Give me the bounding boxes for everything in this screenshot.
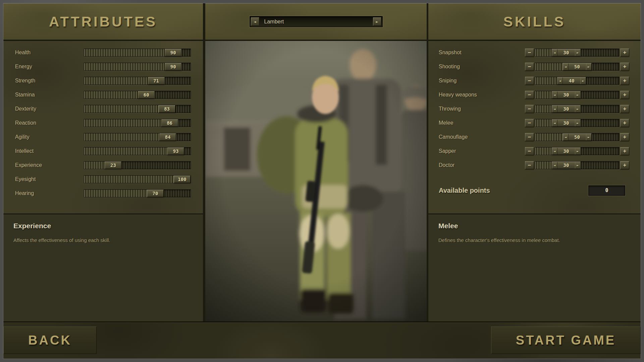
attribute-row: Stamina 60 <box>3 88 203 102</box>
attribute-value-box[interactable]: 71 <box>148 77 165 84</box>
skill-value-box[interactable]: ◄ 30 ► <box>552 105 581 113</box>
skill-increase-button[interactable]: + <box>620 77 629 85</box>
attribute-track[interactable]: 60 <box>84 91 191 99</box>
skill-value-box[interactable]: ◄ 50 ► <box>563 63 592 70</box>
skill-info-title: Melee <box>438 222 631 230</box>
skill-decrease-button[interactable]: − <box>525 105 534 113</box>
attribute-track[interactable]: 23 <box>84 161 191 169</box>
attribute-track[interactable]: 70 <box>84 189 191 197</box>
skill-increase-button[interactable]: + <box>620 63 629 71</box>
skill-right-arrow[interactable]: ► <box>575 162 580 169</box>
skill-value-box[interactable]: ◄ 30 ► <box>552 119 581 127</box>
skill-left-arrow[interactable]: ◄ <box>552 148 557 155</box>
attribute-track[interactable]: 83 <box>84 105 191 113</box>
skill-right-arrow[interactable]: ► <box>575 49 580 56</box>
skill-value: 30 <box>557 50 575 55</box>
skill-right-arrow[interactable]: ► <box>575 92 580 98</box>
attribute-label: Dexterity <box>15 106 84 112</box>
skill-decrease-button[interactable]: − <box>525 77 534 85</box>
attribute-row: Hearing 70 <box>3 186 203 200</box>
skill-decrease-button[interactable]: − <box>525 91 534 99</box>
skill-left-arrow[interactable]: ◄ <box>552 92 557 98</box>
skill-track[interactable]: ◄ 30 ► <box>535 105 619 113</box>
skill-decrease-button[interactable]: − <box>525 49 534 57</box>
skill-track[interactable]: ◄ 30 ► <box>535 161 619 169</box>
skill-increase-button[interactable]: + <box>620 133 629 141</box>
skill-track[interactable]: ◄ 50 ► <box>535 133 619 141</box>
skill-track[interactable]: ◄ 40 ► <box>535 77 619 85</box>
attribute-value-box[interactable]: 93 <box>167 147 184 155</box>
skill-left-arrow[interactable]: ◄ <box>552 49 557 56</box>
attribute-track[interactable]: 71 <box>84 77 191 85</box>
skill-right-arrow[interactable]: ► <box>575 106 580 112</box>
plus-icon: + <box>623 106 627 112</box>
prev-character-button[interactable]: ◄ <box>251 17 259 26</box>
skill-increase-button[interactable]: + <box>620 91 629 99</box>
skill-increase-button[interactable]: + <box>620 105 629 113</box>
skill-value-box[interactable]: ◄ 40 ► <box>557 77 586 84</box>
skill-decrease-button[interactable]: − <box>525 147 534 155</box>
attribute-value-box[interactable]: 90 <box>165 63 181 70</box>
skill-value-box[interactable]: ◄ 30 ► <box>552 49 581 56</box>
attribute-value-box[interactable]: 70 <box>147 190 164 197</box>
attribute-value-box[interactable]: 83 <box>159 105 175 113</box>
skill-right-arrow[interactable]: ► <box>575 120 580 126</box>
skill-right-arrow[interactable]: ► <box>580 77 586 84</box>
attribute-track[interactable]: 90 <box>84 49 191 57</box>
skill-left-arrow[interactable]: ◄ <box>563 63 569 70</box>
skill-right-arrow[interactable]: ► <box>575 148 580 155</box>
minus-icon: − <box>528 134 531 140</box>
footer: BACK START GAME <box>3 321 641 359</box>
available-points-row: Available points 0 <box>439 185 625 196</box>
attribute-value-box[interactable]: 90 <box>165 49 181 56</box>
skill-value-box[interactable]: ◄ 30 ► <box>552 147 581 155</box>
attribute-value-box[interactable]: 23 <box>105 162 121 169</box>
skill-increase-button[interactable]: + <box>620 147 629 155</box>
attribute-track[interactable]: 90 <box>84 63 191 71</box>
skill-right-arrow[interactable]: ► <box>586 63 591 70</box>
skill-track[interactable]: ◄ 30 ► <box>535 91 619 99</box>
skill-track[interactable]: ◄ 50 ► <box>535 63 619 71</box>
skill-decrease-button[interactable]: − <box>525 133 534 141</box>
attribute-value-box[interactable]: 86 <box>161 119 178 127</box>
back-button[interactable]: BACK <box>3 326 97 354</box>
attribute-track[interactable]: 93 <box>84 147 191 155</box>
attribute-value-box[interactable]: 84 <box>159 133 176 141</box>
attribute-label: Agility <box>15 134 84 140</box>
attribute-track[interactable]: 100 <box>84 175 191 183</box>
attribute-label: Experience <box>15 162 84 168</box>
skill-value: 30 <box>557 163 575 168</box>
skill-value-box[interactable]: ◄ 30 ► <box>552 162 581 169</box>
skill-left-arrow[interactable]: ◄ <box>552 120 557 126</box>
skill-value-box[interactable]: ◄ 50 ► <box>563 133 592 141</box>
character-name: Lambert <box>260 19 372 25</box>
skill-value-box[interactable]: ◄ 30 ► <box>552 91 581 99</box>
attribute-track[interactable]: 86 <box>84 119 191 127</box>
plus-icon: + <box>623 78 627 83</box>
skill-left-arrow[interactable]: ◄ <box>563 134 569 140</box>
skill-increase-button[interactable]: + <box>620 161 629 169</box>
next-character-button[interactable]: ► <box>373 17 381 26</box>
attribute-value-box[interactable]: 100 <box>174 176 191 183</box>
attribute-label: Eyesight <box>15 176 84 182</box>
plus-icon: + <box>623 134 627 140</box>
attribute-label: Stamina <box>15 92 84 98</box>
skill-track[interactable]: ◄ 30 ► <box>535 147 619 155</box>
attribute-value-box[interactable]: 60 <box>138 91 155 99</box>
skill-track[interactable]: ◄ 30 ► <box>535 49 619 57</box>
attribute-track[interactable]: 84 <box>84 133 191 141</box>
skill-increase-button[interactable]: + <box>620 49 629 57</box>
skill-decrease-button[interactable]: − <box>525 161 534 169</box>
skill-decrease-button[interactable]: − <box>525 119 534 127</box>
skill-row: Melee − ◄ 30 ► + <box>428 116 641 130</box>
skill-right-arrow[interactable]: ► <box>586 134 591 140</box>
skill-left-arrow[interactable]: ◄ <box>552 162 557 169</box>
skill-left-arrow[interactable]: ◄ <box>552 106 557 112</box>
attribute-track-fill <box>84 147 176 155</box>
skill-increase-button[interactable]: + <box>620 119 629 127</box>
skill-left-arrow[interactable]: ◄ <box>557 77 563 84</box>
skill-decrease-button[interactable]: − <box>525 63 534 71</box>
skill-track[interactable]: ◄ 30 ► <box>535 119 619 127</box>
start-game-button[interactable]: START GAME <box>491 326 641 354</box>
skill-label: Throwing <box>439 106 525 112</box>
